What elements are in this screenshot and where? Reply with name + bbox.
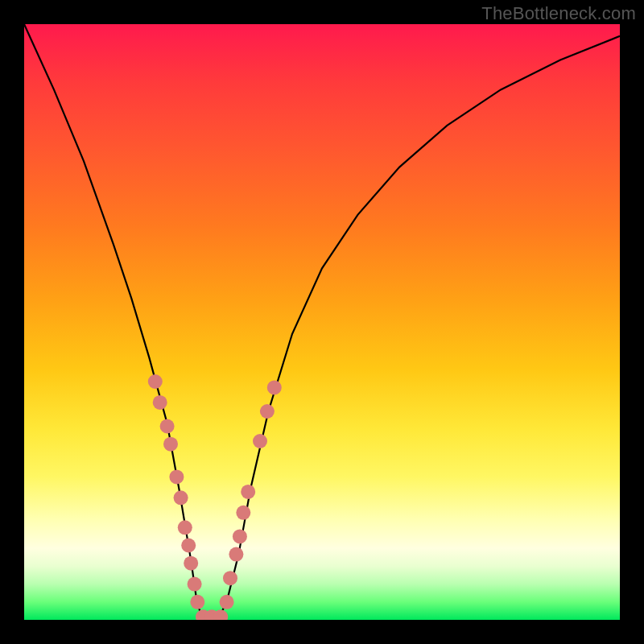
data-marker [160, 419, 175, 434]
bottleneck-curve-path [24, 24, 620, 620]
data-marker [220, 595, 234, 609]
data-marker [178, 520, 192, 535]
chart-frame: TheBottleneck.com [0, 0, 644, 644]
data-marker [229, 547, 243, 562]
data-marker [148, 374, 163, 389]
data-marker [184, 556, 198, 571]
data-marker [181, 539, 196, 553]
data-marker [260, 404, 275, 419]
data-marker [190, 595, 204, 609]
data-marker [153, 395, 167, 410]
data-marker [188, 577, 202, 592]
data-marker [174, 490, 188, 505]
data-marker [169, 469, 184, 484]
data-marker [253, 434, 267, 448]
marker-group [148, 374, 282, 620]
watermark-text: TheBottleneck.com [481, 3, 636, 24]
data-marker [163, 437, 178, 452]
data-marker [233, 529, 247, 543]
data-marker [236, 506, 250, 520]
data-marker [241, 485, 255, 499]
chart-svg [24, 24, 620, 620]
data-marker [267, 380, 282, 394]
data-marker [223, 571, 237, 585]
